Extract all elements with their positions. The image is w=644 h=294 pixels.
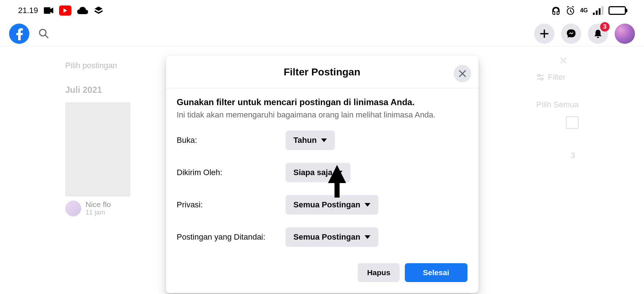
messenger-button[interactable] xyxy=(561,24,581,44)
dropdown-year[interactable]: Tahun xyxy=(286,131,335,150)
bg-filter-label: Filter xyxy=(548,73,566,82)
layers-icon xyxy=(94,6,103,15)
clear-button[interactable]: Hapus xyxy=(358,263,400,282)
caret-down-icon xyxy=(365,235,370,239)
filter-posts-modal: Filter Postingan Gunakan filter untuk me… xyxy=(166,56,478,293)
bg-filter-link: Filter xyxy=(536,73,579,82)
bg-comment-time: 11 jam xyxy=(86,209,111,216)
dropdown-year-value: Tahun xyxy=(294,136,317,145)
modal-title: Filter Postingan xyxy=(284,66,361,78)
modal-heading: Gunakan filter untuk mencari postingan d… xyxy=(177,97,468,107)
status-bar-left: 21.19 xyxy=(18,5,103,16)
video-icon xyxy=(44,7,53,14)
dropdown-tagged-value: Semua Postingan xyxy=(294,232,361,242)
dropdown-tagged[interactable]: Semua Postingan xyxy=(286,227,379,247)
dropdown-privacy[interactable]: Semua Postingan xyxy=(286,195,379,215)
filter-label-privacy: Privasi: xyxy=(177,200,286,210)
bg-post-thumbnail xyxy=(65,102,130,196)
cloud-icon xyxy=(77,7,88,14)
headset-icon xyxy=(551,6,561,15)
filter-label-posted-by: Dikirim Oleh: xyxy=(177,168,286,177)
status-bar-right: 4G xyxy=(551,6,626,15)
avatar[interactable] xyxy=(615,24,635,44)
modal-footer: Hapus Selesai xyxy=(177,260,468,282)
mini-avatar xyxy=(65,200,81,216)
header-left xyxy=(9,24,49,44)
svg-point-2 xyxy=(40,29,46,36)
bg-count: 3 xyxy=(536,151,575,160)
notifications-button[interactable]: 3 xyxy=(588,24,608,44)
dropdown-posted-by-value: Siapa saja xyxy=(294,168,333,177)
svg-rect-0 xyxy=(44,7,50,14)
modal-body: Gunakan filter untuk mencari postingan d… xyxy=(166,88,478,293)
modal-close-button[interactable] xyxy=(454,65,471,82)
signal-icon xyxy=(593,6,603,15)
app-header: 3 xyxy=(0,21,644,46)
caret-down-icon xyxy=(321,138,327,142)
create-button[interactable] xyxy=(534,24,554,44)
done-button[interactable]: Selesai xyxy=(405,263,467,282)
filter-row-privacy: Privasi: Semua Postingan xyxy=(177,195,468,215)
bg-comment-text: Nice flo xyxy=(86,200,111,209)
close-icon xyxy=(458,70,466,78)
svg-point-3 xyxy=(538,74,540,76)
messenger-icon xyxy=(566,28,577,39)
filter-row-tagged: Postingan yang Ditandai: Semua Postingan xyxy=(177,227,468,247)
battery-icon xyxy=(608,6,626,15)
bg-close-x: ✕ xyxy=(559,54,568,67)
dropdown-posted-by[interactable]: Siapa saja xyxy=(286,163,351,182)
modal-header: Filter Postingan xyxy=(166,56,478,88)
network-type: 4G xyxy=(580,7,588,14)
background-right-panel: Filter Pilih Semua 3 xyxy=(536,73,579,160)
caret-down-icon xyxy=(337,171,342,174)
caret-down-icon xyxy=(365,203,370,207)
alarm-icon xyxy=(566,6,575,15)
search-icon[interactable] xyxy=(38,28,49,39)
filter-row-posted-by: Dikirim Oleh: Siapa saja xyxy=(177,163,468,182)
bg-select-all: Pilih Semua xyxy=(536,100,579,109)
filter-row-year: Buka: Tahun xyxy=(177,131,468,150)
filter-label-year: Buka: xyxy=(177,136,286,145)
facebook-logo[interactable] xyxy=(9,24,29,44)
dropdown-privacy-value: Semua Postingan xyxy=(294,200,361,210)
filter-label-tagged: Postingan yang Ditandai: xyxy=(177,232,286,242)
modal-subheading: Ini tidak akan memengaruhi bagaimana ora… xyxy=(177,110,468,120)
youtube-icon xyxy=(59,5,71,16)
status-time: 21.19 xyxy=(18,6,38,15)
header-right: 3 xyxy=(534,24,635,44)
device-status-bar: 21.19 4G xyxy=(0,0,644,21)
notifications-badge: 3 xyxy=(600,22,610,32)
plus-icon xyxy=(539,29,549,39)
svg-point-4 xyxy=(541,78,543,80)
sliders-icon xyxy=(536,73,544,81)
bg-checkbox xyxy=(566,116,579,129)
